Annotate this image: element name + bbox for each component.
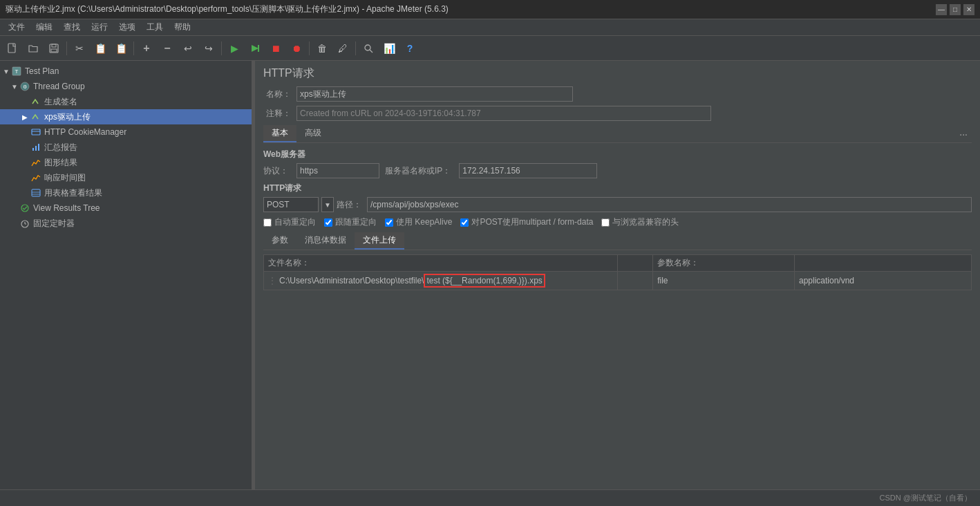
toolbar-search[interactable] — [359, 39, 378, 58]
toolbar-start[interactable]: ▶ — [225, 39, 244, 58]
checkbox-row: 自动重定向 跟随重定向 使用 KeepAlive 对POST使用multipar… — [263, 216, 972, 228]
tree-label-http-cookie: HTTP CookieManager — [44, 127, 126, 137]
multipart-label: 对POST使用multipart / form-data — [471, 216, 593, 228]
mime-type-cell[interactable]: application/vnd — [794, 272, 971, 290]
svg-rect-17 — [32, 189, 40, 196]
title-bar: 驱动上传作业2.jmx (C:\Users\Administrator\Desk… — [0, 0, 980, 19]
tree-item-thread-group[interactable]: ▼ ⚙ Thread Group — [0, 79, 252, 94]
toolbar-help[interactable]: ? — [400, 39, 420, 58]
toolbar-template[interactable]: 📊 — [379, 39, 399, 58]
tree-item-summary[interactable]: ▶ 汇总报告 — [0, 140, 252, 155]
toolbar-clear-all[interactable]: 🖊 — [333, 39, 352, 58]
toolbar-remove[interactable]: − — [158, 39, 177, 58]
tree-label-table-result: 用表格查看结果 — [44, 187, 102, 199]
menu-search[interactable]: 查找 — [58, 20, 86, 35]
tree-label-graph: 图形结果 — [44, 157, 77, 169]
tree-item-test-plan[interactable]: ▼ T Test Plan — [0, 64, 252, 79]
tree-item-http-cookie[interactable]: ▶ HTTP CookieManager — [0, 124, 252, 140]
svg-rect-16 — [38, 144, 39, 151]
tree-item-generate-name[interactable]: ▶ 生成签名 — [0, 94, 252, 109]
sub-tab-body[interactable]: 消息体数据 — [296, 232, 355, 250]
toolbar-stop[interactable]: ⏹ — [266, 39, 285, 58]
svg-rect-3 — [51, 49, 57, 52]
method-input[interactable] — [263, 197, 319, 212]
toolbar-cut[interactable]: ✂ — [70, 39, 89, 58]
maximize-button[interactable]: □ — [950, 4, 961, 15]
auto-redirect-checkbox[interactable] — [263, 218, 272, 227]
toolbar-add[interactable]: + — [137, 39, 156, 58]
path-input[interactable] — [367, 197, 972, 212]
file-upload-table: 文件名称： 参数名称： ⋮ C:\Users\Administrator\Des… — [263, 254, 972, 290]
tree-label-view-results-tree: View Results Tree — [33, 203, 100, 213]
toolbar-shutdown[interactable]: ⏺ — [287, 39, 306, 58]
multipart-checkbox[interactable] — [460, 218, 469, 227]
checkbox-auto-redirect[interactable]: 自动重定向 — [263, 216, 316, 228]
tree-item-table-result[interactable]: ▶ 用表格查看结果 — [0, 185, 252, 200]
checkbox-keepalive[interactable]: 使用 KeepAlive — [385, 216, 452, 228]
toolbar-clear[interactable]: 🗑 — [312, 39, 332, 58]
tree-panel: ▼ T Test Plan ▼ ⚙ Thread Group ▶ 生成签名 ▶ — [0, 61, 252, 489]
tree-item-response-time[interactable]: ▶ 响应时间图 — [0, 170, 252, 185]
checkbox-follow-redirect[interactable]: 跟随重定向 — [324, 216, 377, 228]
summary-icon — [30, 142, 41, 153]
tabs-more-icon[interactable]: ··· — [955, 127, 972, 141]
minimize-button[interactable]: — — [936, 4, 947, 15]
form-title: HTTP请求 — [263, 66, 972, 81]
toolbar-open[interactable] — [23, 39, 43, 58]
menu-options[interactable]: 选项 — [113, 20, 141, 35]
server-name-label: 服务器名称或IP： — [385, 165, 451, 177]
menu-help[interactable]: 帮助 — [169, 20, 196, 35]
xps-upload-icon — [30, 111, 41, 122]
row-handle[interactable]: ⋮ — [268, 276, 276, 285]
file-name-cell[interactable]: ⋮ C:\Users\Administrator\Desktop\testfil… — [264, 272, 618, 290]
sub-tab-params[interactable]: 参数 — [263, 232, 296, 250]
name-input[interactable] — [296, 86, 573, 102]
toolbar-new[interactable] — [3, 39, 22, 58]
http-cookie-icon — [30, 126, 41, 138]
tab-basic[interactable]: 基本 — [263, 125, 296, 142]
name-row: 名称： — [263, 86, 972, 102]
toolbar-paste[interactable]: 📋 — [111, 39, 131, 58]
server-input[interactable] — [459, 163, 597, 178]
follow-redirect-checkbox[interactable] — [324, 218, 332, 227]
tree-item-view-results-tree[interactable]: ▶ View Results Tree — [0, 200, 252, 216]
toolbar-copy[interactable]: 📋 — [91, 39, 110, 58]
menu-edit[interactable]: 编辑 — [30, 20, 58, 35]
sub-tab-file-upload[interactable]: 文件上传 — [355, 232, 404, 250]
menu-run[interactable]: 运行 — [86, 20, 113, 35]
tree-item-graph[interactable]: ▶ 图形结果 — [0, 155, 252, 170]
status-bar: CSDN @测试笔记（自看） — [0, 489, 980, 506]
checkbox-browser-compat[interactable]: 与浏览器兼容的头 — [601, 216, 679, 228]
menu-file[interactable]: 文件 — [3, 20, 30, 35]
title-text: 驱动上传作业2.jmx (C:\Users\Administrator\Desk… — [6, 3, 449, 15]
generate-name-icon — [30, 96, 41, 107]
follow-redirect-label: 跟随重定向 — [335, 216, 377, 228]
table-result-icon — [30, 187, 41, 198]
browser-compat-checkbox[interactable] — [601, 218, 610, 227]
svg-point-20 — [21, 205, 28, 212]
browser-compat-label: 与浏览器兼容的头 — [612, 216, 679, 228]
tree-label-thread-group: Thread Group — [33, 82, 85, 91]
param-name-cell[interactable]: file — [653, 272, 795, 290]
method-dropdown[interactable]: ▼ — [321, 197, 334, 212]
comment-input[interactable] — [296, 106, 711, 121]
test-plan-icon: T — [11, 66, 22, 77]
tab-advanced[interactable]: 高级 — [296, 125, 330, 142]
col-mimetype — [794, 255, 971, 272]
tree-item-fixed-timer[interactable]: ▶ 固定定时器 — [0, 216, 252, 231]
col-empty — [618, 255, 653, 272]
toolbar-start-no-pause[interactable] — [245, 39, 265, 58]
keepalive-checkbox[interactable] — [385, 218, 393, 227]
toolbar-save[interactable] — [44, 39, 64, 58]
menu-tools[interactable]: 工具 — [141, 20, 169, 35]
checkbox-multipart[interactable]: 对POST使用multipart / form-data — [460, 216, 593, 228]
close-button[interactable]: ✕ — [963, 4, 974, 15]
toolbar-redo[interactable]: ↪ — [199, 39, 218, 58]
svg-text:⚙: ⚙ — [23, 84, 27, 89]
auto-redirect-label: 自动重定向 — [274, 216, 316, 228]
tree-item-xps-upload[interactable]: ▶ xps驱动上传 — [0, 109, 252, 124]
protocol-input[interactable] — [296, 163, 379, 178]
toolbar-undo[interactable]: ↩ — [178, 39, 198, 58]
comment-row: 注释： — [263, 106, 972, 121]
svg-rect-12 — [32, 129, 40, 135]
